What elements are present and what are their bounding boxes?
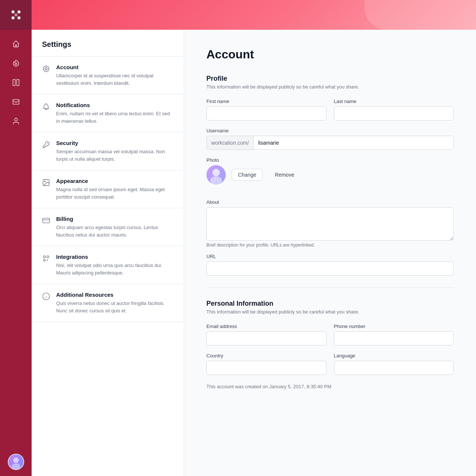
user-icon [12, 117, 20, 125]
profile-section: Profile This information will be display… [206, 75, 454, 276]
appearance-content: Appearance Magna nulla id sed ornare ips… [56, 178, 173, 200]
settings-item-billing[interactable]: Billing Orci aliquam arcu egestas turpis… [32, 208, 184, 246]
book-icon [12, 78, 20, 87]
username-input[interactable] [254, 136, 453, 149]
account-created-text: This account was created on January 5, 2… [206, 384, 454, 389]
country-label: Country [206, 353, 327, 358]
url-input[interactable] [206, 261, 454, 276]
email-group: Email address [206, 324, 327, 345]
billing-icon [42, 216, 50, 225]
settings-item-security[interactable]: Security Semper accumsan massa vel volut… [32, 132, 184, 170]
about-hint: Brief description for your profile. URLs… [206, 242, 454, 248]
svg-rect-13 [43, 218, 49, 223]
image-icon [42, 178, 50, 187]
security-title: Security [56, 140, 173, 146]
email-input[interactable] [206, 331, 327, 345]
additional-resources-title: Additional Resources [56, 292, 173, 298]
personal-section-desc: This information will be displayed publi… [206, 309, 454, 315]
additional-resources-desc: Quis viverra netus donec ut auctor fring… [56, 300, 173, 314]
country-group: Country [206, 353, 327, 375]
svg-point-14 [44, 256, 46, 258]
username-prefix: workcation.com/ [207, 136, 254, 149]
settings-item-additional-resources[interactable]: Additional Resources Quis viverra netus … [32, 284, 184, 322]
sidebar-item-home[interactable] [8, 36, 24, 52]
top-banner [0, 0, 476, 30]
phone-input[interactable] [334, 331, 454, 345]
about-label: About [206, 199, 454, 205]
avatar-icon [9, 454, 23, 469]
home-icon [12, 40, 20, 48]
svg-point-1 [17, 10, 20, 13]
url-label: URL [206, 254, 454, 259]
svg-point-4 [15, 13, 17, 16]
svg-point-3 [17, 16, 20, 19]
svg-rect-5 [13, 80, 15, 86]
language-label: Language [334, 353, 454, 358]
account-content: Account Ullamcorper id at suspendisse ne… [56, 64, 173, 87]
avatar-placeholder-icon [206, 165, 226, 184]
integrations-icon [42, 254, 50, 263]
sidebar [0, 0, 32, 476]
appearance-title: Appearance [56, 178, 173, 184]
language-input[interactable] [334, 361, 454, 375]
bell-icon [42, 103, 50, 111]
section-divider [206, 287, 454, 288]
svg-point-10 [45, 68, 47, 70]
fire-icon [12, 59, 20, 67]
sidebar-item-fire[interactable] [8, 55, 24, 71]
gear-icon [42, 65, 50, 73]
svg-point-16 [44, 259, 46, 261]
svg-point-19 [212, 169, 220, 176]
info-icon [42, 292, 50, 300]
app-logo[interactable] [0, 0, 32, 30]
settings-item-notifications[interactable]: Notifications Enim, nullam mi vel et lib… [32, 94, 184, 132]
sidebar-item-library[interactable] [8, 74, 24, 91]
svg-point-9 [12, 463, 20, 469]
svg-point-7 [15, 118, 17, 121]
personal-section-title: Personal Information [206, 300, 454, 308]
language-group: Language [334, 353, 454, 375]
url-group: URL [206, 254, 454, 276]
user-avatar[interactable] [8, 454, 24, 470]
about-textarea[interactable] [206, 207, 454, 241]
svg-point-0 [12, 10, 15, 13]
about-group: About Brief description for your profile… [206, 199, 454, 248]
svg-point-15 [47, 256, 49, 258]
notifications-desc: Enim, nullam mi vel et libero urna lectu… [56, 110, 173, 125]
country-input[interactable] [206, 361, 327, 375]
settings-panel: Settings Account Ullamcorper id at suspe… [32, 30, 184, 476]
last-name-group: Last name [334, 99, 454, 120]
settings-item-account[interactable]: Account Ullamcorper id at suspendisse ne… [32, 57, 184, 94]
settings-item-integrations[interactable]: Integrations Nisi, elit volutpat odio ur… [32, 246, 184, 284]
sidebar-navigation [8, 36, 24, 454]
svg-point-12 [44, 181, 45, 182]
settings-title: Settings [32, 30, 184, 57]
username-group: Username workcation.com/ [206, 128, 454, 150]
phone-group: Phone number [334, 324, 454, 345]
sidebar-item-messages[interactable] [8, 94, 24, 110]
billing-content: Billing Orci aliquam arcu egestas turpis… [56, 216, 173, 238]
appearance-desc: Magna nulla id sed ornare ipsum eget. Ma… [56, 186, 173, 200]
first-name-input[interactable] [206, 106, 327, 120]
logo-icon [9, 8, 23, 22]
billing-title: Billing [56, 216, 173, 222]
integrations-title: Integrations [56, 254, 173, 260]
settings-item-appearance[interactable]: Appearance Magna nulla id sed ornare ips… [32, 170, 184, 208]
first-name-label: First name [206, 99, 327, 104]
sidebar-item-profile[interactable] [8, 113, 24, 129]
security-content: Security Semper accumsan massa vel volut… [56, 140, 173, 163]
email-label: Email address [206, 324, 327, 329]
svg-rect-6 [16, 80, 19, 86]
photo-section: Change Remove [206, 165, 454, 184]
photo-label: Photo [206, 157, 454, 163]
photo-group: Photo Change Remove [206, 157, 454, 192]
last-name-input[interactable] [334, 106, 454, 120]
svg-point-2 [12, 16, 15, 19]
profile-section-desc: This information will be displayed publi… [206, 84, 454, 90]
remove-photo-button[interactable]: Remove [268, 169, 300, 181]
change-photo-button[interactable]: Change [232, 169, 263, 181]
username-field-group: workcation.com/ [206, 136, 454, 150]
last-name-label: Last name [334, 99, 454, 104]
page-title: Account [206, 48, 454, 61]
profile-photo [206, 165, 226, 184]
